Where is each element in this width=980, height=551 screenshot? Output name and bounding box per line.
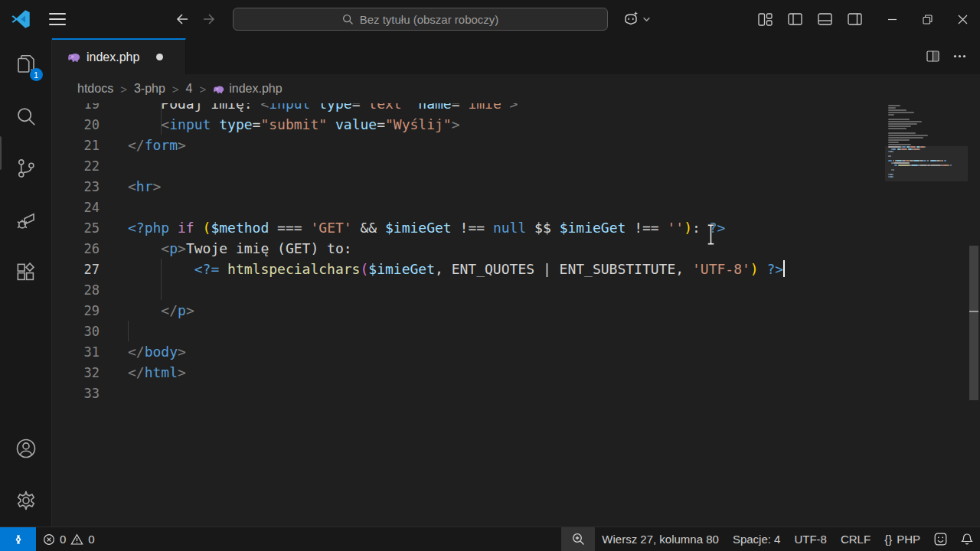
code-line-32[interactable]: 32</html> <box>52 362 980 383</box>
sidebar-item-extensions[interactable] <box>0 246 52 298</box>
line-number[interactable]: 33 <box>52 386 112 401</box>
vertical-scrollbar[interactable] <box>969 246 978 400</box>
toggle-primary-sidebar-icon[interactable] <box>788 13 802 25</box>
problems-button[interactable]: 0 0 <box>36 527 102 551</box>
code-line-29[interactable]: 29 </p> <box>52 300 980 321</box>
line-number[interactable]: 26 <box>52 241 112 256</box>
line-number[interactable]: 28 <box>52 282 112 298</box>
line-content[interactable] <box>112 197 980 217</box>
restore-button[interactable] <box>910 0 945 38</box>
sidebar-item-run-debug[interactable] <box>0 194 52 246</box>
line-number[interactable]: 21 <box>52 138 112 153</box>
indentation-button[interactable]: Spacje: 4 <box>726 527 788 551</box>
tab-bar: index.php <box>52 38 980 74</box>
language-mode-button[interactable]: {} PHP <box>877 527 927 551</box>
split-editor-icon[interactable] <box>926 51 939 62</box>
breadcrumb-item-4[interactable]: 4 <box>186 82 193 96</box>
line-number[interactable]: 20 <box>52 117 112 132</box>
line-content[interactable]: <?= htmlspecialchars($imieGet, ENT_QUOTE… <box>112 259 980 279</box>
code-line-25[interactable]: 25<?php if ($method === 'GET' && $imieGe… <box>52 217 980 238</box>
line-content[interactable]: </body> <box>112 341 980 362</box>
toggle-panel-icon[interactable] <box>818 13 832 25</box>
breadcrumb-item-3-php[interactable]: 3-php <box>134 82 165 96</box>
command-center-search[interactable]: Bez tytułu (obszar roboczy) <box>233 8 608 31</box>
window-title: Bez tytułu (obszar roboczy) <box>360 13 499 26</box>
minimize-button[interactable] <box>874 0 910 38</box>
line-number[interactable]: 24 <box>52 200 112 215</box>
status-bar: 0 0 Wiersz 27, kolumna 80 Spacje: 4 UTF-… <box>0 527 980 551</box>
code-line-22[interactable]: 22 <box>52 155 980 176</box>
menu-button[interactable] <box>49 13 66 25</box>
minimap[interactable] <box>888 105 965 181</box>
line-number[interactable]: 32 <box>52 365 112 380</box>
line-number[interactable]: 23 <box>52 179 112 194</box>
notifications-button[interactable] <box>954 527 980 551</box>
line-number[interactable]: 25 <box>52 220 112 236</box>
remote-indicator-button[interactable] <box>0 527 36 551</box>
line-number[interactable]: 29 <box>52 303 112 318</box>
line-content[interactable]: <?php if ($method === 'GET' && $imieGet … <box>112 217 980 238</box>
code-line-31[interactable]: 31</body> <box>52 341 980 362</box>
line-content[interactable]: <hr> <box>112 176 980 197</box>
code-line-27[interactable]: 27 <?= htmlspecialchars($imieGet, ENT_QU… <box>52 259 980 279</box>
feedback-button[interactable] <box>927 527 954 551</box>
line-content[interactable]: </html> <box>112 362 980 383</box>
line-number[interactable]: 31 <box>52 344 112 360</box>
code-line-21[interactable]: 21</form> <box>52 135 980 155</box>
code-editor[interactable]: 19 Podaj imię: <input type="text" name="… <box>52 103 980 527</box>
line-content[interactable]: </form> <box>112 135 980 155</box>
account-button[interactable] <box>0 422 52 474</box>
zoom-in-icon <box>572 533 585 546</box>
cursor-position-button[interactable]: Wiersz 27, kolumna 80 <box>595 527 726 551</box>
close-button[interactable] <box>945 0 980 38</box>
modified-dot[interactable] <box>156 54 163 60</box>
line-content[interactable]: </p> <box>112 300 980 321</box>
code-line-19[interactable]: 19 Podaj imię: <input type="text" name="… <box>52 103 980 114</box>
line-number[interactable]: 19 <box>52 103 112 112</box>
line-number[interactable]: 27 <box>52 262 112 277</box>
php-file-icon <box>213 83 224 95</box>
copilot-button[interactable] <box>622 11 651 28</box>
tab-index-php[interactable]: index.php <box>52 38 186 74</box>
line-content[interactable] <box>112 155 980 176</box>
breadcrumb-item-file[interactable]: index.php <box>213 82 282 96</box>
back-button[interactable] <box>173 11 188 27</box>
eol-button[interactable]: CRLF <box>834 527 877 551</box>
line-content[interactable] <box>112 321 980 341</box>
line-number[interactable]: 30 <box>52 324 112 339</box>
line-content[interactable]: <input type="submit" value="Wyślij"> <box>112 114 980 135</box>
encoding-button[interactable]: UTF-8 <box>787 527 834 551</box>
breadcrumb-item-htdocs[interactable]: htdocs <box>77 82 113 96</box>
indent-guide <box>161 103 162 114</box>
line-content[interactable]: Podaj imię: <input type="text" name="imi… <box>112 103 980 114</box>
code-line-23[interactable]: 23<hr> <box>52 176 980 197</box>
code-line-28[interactable]: 28 <box>52 279 980 300</box>
search-view-icon <box>15 105 38 128</box>
chevron-right-icon: > <box>172 83 179 96</box>
code-line-20[interactable]: 20 <input type="submit" value="Wyślij"> <box>52 114 980 135</box>
zoom-indicator-button[interactable] <box>561 527 595 551</box>
code-line-33[interactable]: 33 <box>52 383 980 403</box>
indent-guide <box>128 321 129 341</box>
code-line-30[interactable]: 30 <box>52 321 980 341</box>
minimap-slider[interactable] <box>885 146 968 181</box>
customize-layout-icon[interactable] <box>758 13 773 26</box>
settings-button[interactable] <box>0 474 52 527</box>
more-actions-icon[interactable] <box>953 54 966 58</box>
toggle-secondary-sidebar-icon[interactable] <box>848 13 862 25</box>
php-file-icon <box>67 51 80 64</box>
line-content[interactable] <box>112 383 980 403</box>
sidebar-item-explorer[interactable]: 1 <box>0 38 52 90</box>
error-count: 0 <box>60 533 66 546</box>
line-content[interactable] <box>112 279 980 300</box>
sidebar-item-search[interactable] <box>0 90 52 142</box>
line-number[interactable]: 22 <box>52 158 112 174</box>
forward-button[interactable] <box>203 11 218 27</box>
code-line-24[interactable]: 24 <box>52 197 980 217</box>
line-content[interactable]: <p>Twoje imię (GET) to: <box>112 238 980 259</box>
account-icon <box>15 437 38 460</box>
sidebar-item-source-control[interactable] <box>0 142 52 194</box>
code-line-26[interactable]: 26 <p>Twoje imię (GET) to: <box>52 238 980 259</box>
editor-area: index.php htdocs > 3-php > 4 > index.php <box>52 38 980 527</box>
activity-bar: 1 <box>0 38 52 527</box>
